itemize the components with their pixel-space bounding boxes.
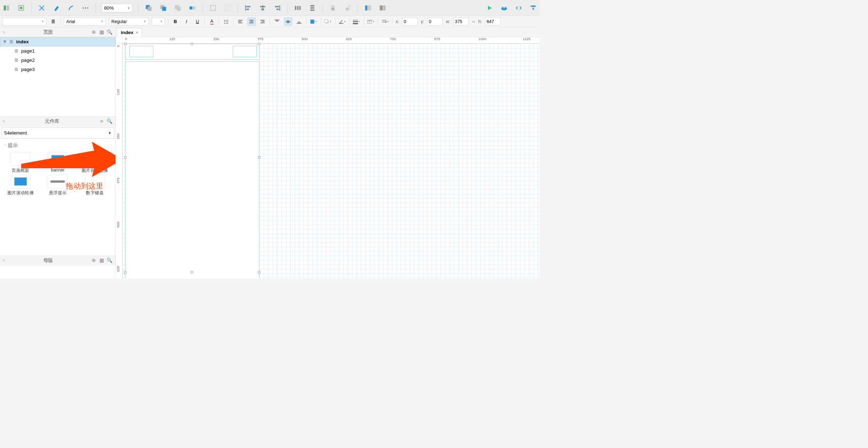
library-select[interactable]: 54element ▼ [1, 128, 114, 139]
svg-rect-34 [365, 5, 367, 10]
bold-button[interactable]: B [172, 17, 179, 25]
cut-icon[interactable] [37, 4, 46, 12]
add-master-icon[interactable]: ⊕ [90, 257, 97, 264]
group-icon[interactable] [208, 4, 217, 12]
widget-item[interactable]: 图片滚动轮播 [2, 175, 38, 196]
page-item-index[interactable]: ▼ 🗎 index [0, 37, 115, 46]
code-icon[interactable] [514, 4, 523, 12]
search-icon[interactable]: 🔍 [106, 257, 113, 264]
collapse-icon[interactable]: ↖ [2, 30, 7, 35]
align-right-text-button[interactable] [259, 17, 266, 25]
page-item[interactable]: 🗎page2 [0, 56, 115, 65]
border-style-button[interactable]: ▼ [367, 17, 375, 25]
svg-rect-28 [299, 6, 301, 10]
select-left-icon[interactable] [2, 4, 11, 12]
page-item[interactable]: 🗎page1 [0, 47, 115, 56]
collapse-icon[interactable]: ↖ [2, 258, 7, 263]
bullets-button[interactable] [222, 17, 230, 25]
align-right-icon[interactable] [273, 4, 282, 12]
shape-rect[interactable] [233, 46, 257, 57]
download-icon[interactable] [529, 4, 538, 12]
bring-front-icon[interactable] [144, 4, 153, 12]
selection-handle[interactable] [258, 271, 260, 273]
selection-handle[interactable] [124, 271, 126, 273]
close-icon[interactable]: × [136, 30, 138, 35]
add-folder-icon[interactable]: ▦ [98, 29, 105, 35]
align-center-text-button[interactable] [248, 17, 255, 25]
y-input[interactable] [427, 17, 443, 25]
selection-handle[interactable] [258, 156, 260, 158]
widget-item[interactable]: 图片自动轮播 [77, 152, 113, 173]
send-back-icon[interactable] [188, 4, 197, 12]
menu-icon[interactable]: ≡ [98, 118, 105, 125]
add-page-icon[interactable]: ⊕ [90, 29, 97, 35]
font-select[interactable]: Arial▼ [64, 17, 106, 25]
widget-item[interactable]: 悬浮提示 [40, 175, 76, 196]
shape-rect[interactable] [129, 46, 153, 57]
select-right-icon[interactable] [17, 4, 26, 12]
fill-color-button[interactable]: ▼ [309, 17, 317, 25]
italic-button[interactable]: I [183, 17, 190, 25]
align-left-text-button[interactable] [237, 17, 244, 25]
send-backward-icon[interactable] [173, 4, 182, 12]
unlock-icon[interactable] [343, 4, 352, 12]
distribute-v-icon[interactable] [308, 4, 317, 12]
widget-item[interactable]: 数字键盘 [77, 175, 113, 196]
pages-tree: ▼ 🗎 index 🗎page1 🗎page2 🗎page3 [0, 37, 115, 116]
shadow-button[interactable]: ▼ [324, 17, 332, 25]
svg-rect-50 [238, 22, 243, 23]
lock-icon[interactable] [329, 4, 337, 12]
svg-rect-67 [339, 23, 343, 23]
align-center-h-icon[interactable] [258, 4, 267, 12]
selection-handle[interactable] [124, 43, 126, 45]
tab-index[interactable]: index × [117, 28, 142, 37]
distribute-h-icon[interactable] [293, 4, 302, 12]
border-width-button[interactable]: ▼ [353, 17, 360, 25]
ruler-vertical[interactable]: 0125250375500625 [116, 44, 123, 279]
canvas-viewport[interactable]: 012525037550062575087510001125 012525037… [116, 37, 540, 278]
more-icon[interactable] [81, 4, 90, 12]
panel-right-icon[interactable] [378, 4, 387, 12]
bring-forward-icon[interactable] [159, 4, 168, 12]
w-input[interactable] [453, 17, 469, 25]
style-select[interactable]: ▼ [2, 17, 46, 25]
zoom-select[interactable]: 80%▼ [102, 4, 132, 12]
h-input[interactable] [485, 17, 501, 25]
tree-toggle-icon[interactable]: ▼ [2, 39, 7, 44]
widget-item[interactable]: banner [40, 152, 76, 173]
search-icon[interactable]: 🔍 [106, 118, 113, 125]
selection-handle[interactable] [191, 43, 193, 45]
library-category[interactable]: ﹀ 提示 [0, 140, 115, 151]
widget-thumb [11, 175, 31, 189]
text-color-button[interactable]: A [208, 17, 216, 25]
valign-middle-button[interactable] [284, 17, 292, 25]
paste-style-icon[interactable] [49, 17, 57, 25]
pen-icon[interactable] [52, 4, 61, 12]
add-folder-icon[interactable]: ▦ [98, 257, 105, 264]
x-input[interactable] [402, 17, 418, 25]
valign-top-button[interactable] [273, 17, 281, 25]
brush-icon[interactable] [66, 4, 75, 12]
arrow-style-button[interactable]: ▼ [381, 17, 389, 25]
svg-rect-71 [367, 20, 373, 20]
chevron-down-icon: ▼ [160, 20, 162, 23]
selection-handle[interactable] [191, 271, 193, 273]
selection-handle[interactable] [124, 156, 126, 158]
page-item[interactable]: 🗎page3 [0, 65, 115, 74]
preview-icon[interactable] [485, 4, 494, 12]
collapse-icon[interactable]: ↖ [2, 119, 7, 124]
ungroup-icon[interactable] [223, 4, 232, 12]
ruler-horizontal[interactable]: 012525037550062575087510001125 [123, 37, 540, 44]
align-left-icon[interactable] [244, 4, 253, 12]
link-wh-icon[interactable]: ⬄ [472, 19, 475, 24]
valign-bottom-button[interactable] [295, 17, 303, 25]
cloud-icon[interactable] [500, 4, 509, 12]
search-icon[interactable]: 🔍 [106, 29, 113, 35]
panel-left-icon[interactable] [364, 4, 373, 12]
border-color-button[interactable]: ▼ [338, 17, 346, 25]
weight-select[interactable]: Regular▼ [109, 17, 149, 25]
widget-item[interactable]: 页面框架 [2, 152, 38, 173]
underline-button[interactable]: U [194, 17, 201, 25]
fontsize-select[interactable]: ▼ [152, 17, 165, 25]
selection-handle[interactable] [258, 43, 260, 45]
